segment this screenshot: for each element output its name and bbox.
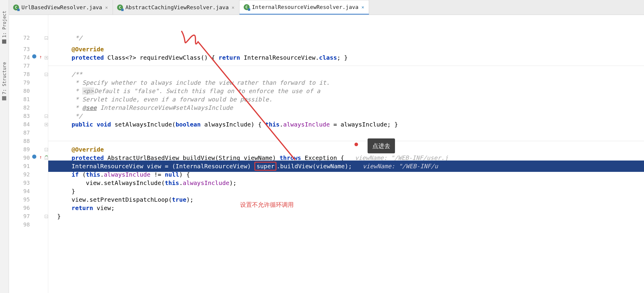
- code-line: */: [48, 32, 644, 44]
- tool-window-label: 1: Project: [2, 11, 7, 38]
- fold-toggle[interactable]: –: [45, 115, 48, 118]
- tab-label: AbstractCachingViewResolver.java: [125, 4, 229, 10]
- implements-icon: [32, 155, 36, 159]
- close-icon[interactable]: ✕: [361, 4, 365, 10]
- gutter: 72 73 74 77 78 79 80 81 82 83 84 87 88 8…: [9, 15, 48, 293]
- fold-toggle[interactable]: –: [45, 36, 48, 40]
- code-area[interactable]: */ @Override protected Class<?> required…: [48, 15, 644, 293]
- override-up-marker[interactable]: ↑: [32, 54, 42, 59]
- tab-label: InternalResourceViewResolver.java: [252, 4, 359, 10]
- tool-window-project[interactable]: 1: Project: [0, 9, 9, 45]
- fold-toggle[interactable]: –: [45, 215, 48, 218]
- fold-toggle[interactable]: +: [45, 56, 48, 59]
- annotation-text: 设置不允许循环调用: [240, 199, 294, 210]
- structure-icon: [2, 96, 7, 101]
- tool-window-structure[interactable]: 7: Structure: [0, 60, 9, 102]
- code-editor[interactable]: 72 73 74 77 78 79 80 81 82 83 84 87 88 8…: [9, 15, 644, 293]
- tab-abstractcachingviewresolver[interactable]: C AbstractCachingViewResolver.java ✕: [113, 0, 239, 15]
- annotation-bubble: 点进去: [368, 138, 395, 153]
- line-number: 98: [9, 219, 30, 230]
- implements-icon: [32, 54, 36, 58]
- java-class-icon: C: [244, 4, 250, 10]
- fold-toggle[interactable]: –: [45, 156, 48, 160]
- arrow-up-icon: ↑: [39, 154, 42, 160]
- java-class-icon: C: [13, 4, 19, 10]
- close-icon[interactable]: ✕: [231, 5, 235, 10]
- fold-toggle[interactable]: +: [45, 123, 48, 126]
- code-line: }: [48, 211, 644, 222]
- tool-window-label: 7: Structure: [2, 62, 7, 94]
- method-separator: [48, 66, 644, 66]
- editor-tabs: C UrlBasedViewResolver.java ✕ C Abstract…: [9, 0, 644, 15]
- project-icon: [2, 39, 7, 44]
- line-number: 72: [9, 32, 30, 44]
- close-icon[interactable]: ✕: [105, 5, 108, 10]
- fold-toggle[interactable]: –: [45, 148, 48, 151]
- tab-internalresourceviewresolver[interactable]: C InternalResourceViewResolver.java ✕: [239, 0, 369, 15]
- java-class-icon: C: [117, 4, 123, 10]
- code-line: protected Class<?> requiredViewClass() {…: [48, 52, 644, 63]
- tab-urlbasedviewresolver[interactable]: C UrlBasedViewResolver.java ✕: [9, 0, 113, 15]
- arrow-up-icon: ↑: [39, 54, 42, 60]
- annotation-bubble-text: 点进去: [372, 140, 390, 152]
- tab-label: UrlBasedViewResolver.java: [21, 4, 102, 10]
- tool-windows-sidebar: 1: Project 7: Structure: [0, 0, 9, 293]
- method-separator: [48, 141, 644, 141]
- code-line: public void setAlwaysInclude(boolean alw…: [48, 119, 644, 130]
- fold-toggle[interactable]: –: [45, 73, 48, 76]
